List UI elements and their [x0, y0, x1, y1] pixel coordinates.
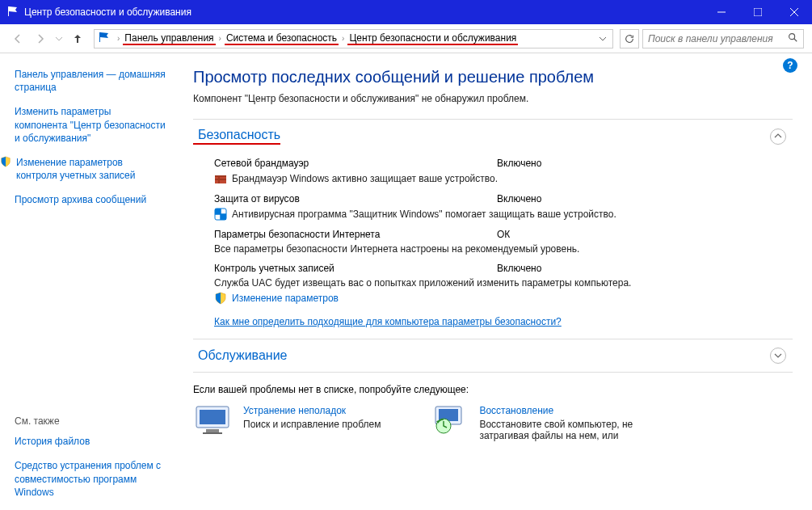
forward-button[interactable] — [31, 29, 50, 48]
security-item-uac: Контроль учетных записей Включено Служба… — [214, 263, 793, 305]
address-bar: › Панель управления › Система и безопасн… — [0, 24, 812, 53]
breadcrumb-item-1[interactable]: Система и безопасность — [225, 32, 339, 45]
maximize-button[interactable] — [739, 0, 776, 24]
breadcrumb-item-2[interactable]: Центр безопасности и обслуживания — [347, 32, 518, 45]
search-icon[interactable] — [787, 32, 798, 45]
svg-rect-11 — [218, 175, 220, 183]
recovery-icon — [429, 405, 468, 436]
action-recovery[interactable]: Восстановление Восстановите свой компьют… — [429, 405, 641, 441]
address-box[interactable]: › Панель управления › Система и безопасн… — [94, 29, 613, 48]
action-desc: Восстановите свой компьютер, не затрагив… — [479, 419, 641, 441]
location-icon — [98, 31, 111, 46]
item-desc-text: Служба UAC будет извещать вас о попытках… — [214, 277, 631, 289]
refresh-button[interactable] — [620, 29, 639, 48]
security-item-firewall: Сетевой брандмауэр Включено Брандмауэр W… — [214, 158, 793, 185]
page-title: Просмотр последних сообщений и решение п… — [193, 68, 793, 86]
uac-change-params-link[interactable]: Изменение параметров — [232, 293, 339, 304]
item-label: Защита от вирусов — [214, 193, 497, 204]
item-label: Контроль учетных записей — [214, 263, 497, 274]
item-status: Включено — [497, 158, 541, 169]
chevron-right-icon[interactable]: › — [339, 34, 347, 43]
item-desc-text: Все параметры безопасности Интернета нас… — [214, 243, 579, 255]
shield-icon — [0, 156, 11, 182]
chevron-right-icon[interactable]: › — [216, 34, 225, 43]
footer-text: Если вашей проблемы нет в списке, попроб… — [193, 384, 793, 395]
svg-rect-5 — [99, 32, 100, 42]
back-button[interactable] — [8, 29, 27, 48]
minimize-button[interactable] — [703, 0, 739, 24]
sidebar-link-change-settings[interactable]: Изменить параметры компонента "Центр без… — [15, 105, 166, 145]
troubleshoot-icon — [193, 405, 232, 436]
svg-line-7 — [794, 39, 797, 42]
sidebar: Панель управления — домашняя страница Из… — [0, 53, 174, 510]
action-desc: Поиск и исправление проблем — [243, 419, 381, 430]
svg-point-6 — [789, 34, 795, 40]
titlebar: Центр безопасности и обслуживания — [0, 0, 812, 24]
security-item-internet: Параметры безопасности Интернета ОК Все … — [214, 229, 793, 255]
item-desc-text: Антивирусная программа "Защитник Windows… — [232, 209, 616, 220]
breadcrumb-item-0[interactable]: Панель управления — [123, 32, 215, 45]
item-status: Включено — [497, 263, 541, 274]
search-input[interactable] — [648, 33, 787, 44]
help-icon[interactable]: ? — [783, 58, 797, 73]
sidebar-link-home[interactable]: Панель управления — домашняя страница — [15, 68, 166, 94]
sidebar-link-uac[interactable]: Изменение параметров контроля учетных за… — [15, 156, 166, 182]
svg-rect-10 — [215, 179, 226, 180]
item-label: Параметры безопасности Интернета — [214, 229, 497, 240]
svg-rect-0 — [8, 6, 9, 16]
main-content: ? Просмотр последних сообщений и решение… — [174, 53, 812, 510]
search-box[interactable] — [642, 29, 804, 48]
firewall-icon — [214, 172, 227, 185]
sidebar-seealso-file-history[interactable]: История файлов — [15, 435, 166, 448]
flag-icon — [6, 5, 19, 20]
section-maintenance-title: Обслуживание — [193, 348, 770, 363]
collapse-icon[interactable] — [770, 129, 786, 145]
section-maintenance-header[interactable]: Обслуживание — [193, 339, 793, 373]
section-security-title: Безопасность — [193, 128, 280, 145]
section-security-header[interactable]: Безопасность — [193, 119, 793, 153]
window-title: Центр безопасности и обслуживания — [24, 6, 703, 18]
page-subtext: Компонент "Центр безопасности и обслужив… — [193, 93, 793, 104]
up-button[interactable] — [68, 29, 87, 48]
security-item-antivirus: Защита от вирусов Включено Антивирусная … — [214, 193, 793, 221]
sidebar-link-archive[interactable]: Просмотр архива сообщений — [15, 193, 166, 206]
recent-dropdown[interactable] — [53, 29, 65, 48]
svg-rect-16 — [200, 410, 225, 424]
shield-icon — [214, 292, 227, 305]
svg-rect-9 — [215, 175, 226, 177]
svg-rect-2 — [754, 8, 762, 16]
action-label[interactable]: Устранение неполадок — [243, 405, 381, 416]
address-dropdown[interactable] — [596, 33, 609, 44]
item-status: Включено — [497, 193, 541, 204]
action-troubleshooting[interactable]: Устранение неполадок Поиск и исправление… — [193, 405, 381, 441]
defender-icon — [214, 208, 227, 221]
svg-rect-18 — [203, 432, 222, 434]
see-also-header: См. также — [15, 415, 166, 427]
expand-icon[interactable] — [770, 348, 786, 364]
sidebar-seealso-compat[interactable]: Средство устранения проблем с совместимо… — [15, 459, 166, 499]
item-desc-text: Брандмауэр Windows активно защищает ваше… — [232, 173, 498, 184]
item-status: ОК — [497, 229, 510, 240]
item-label: Сетевой брандмауэр — [214, 158, 497, 169]
svg-rect-14 — [221, 214, 226, 220]
chevron-right-icon[interactable]: › — [114, 34, 123, 43]
security-help-link[interactable]: Как мне определить подходящие для компью… — [214, 316, 562, 327]
close-button[interactable] — [776, 0, 812, 24]
action-label[interactable]: Восстановление — [479, 405, 641, 416]
svg-rect-13 — [215, 209, 221, 214]
svg-rect-17 — [206, 429, 219, 432]
